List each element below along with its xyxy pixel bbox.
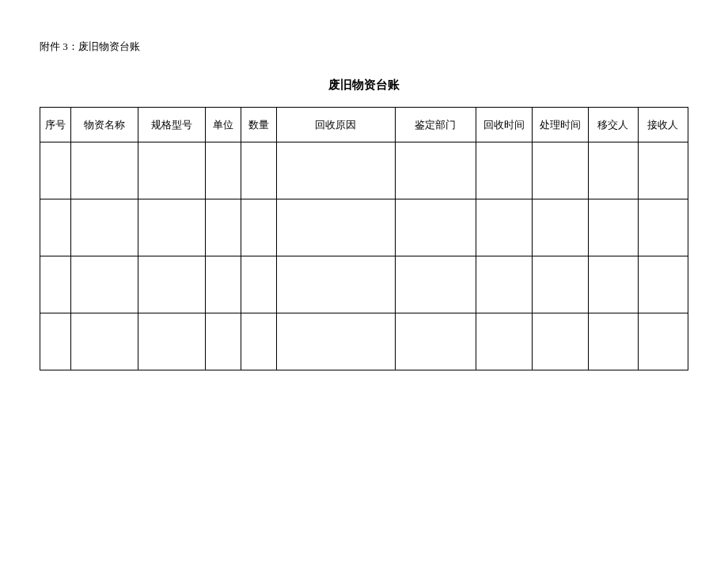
- cell-seq: [40, 142, 71, 199]
- header-seq: 序号: [40, 108, 71, 142]
- header-spec: 规格型号: [138, 108, 205, 142]
- cell-receiver: [638, 256, 688, 313]
- cell-receiver: [638, 199, 688, 256]
- cell-reason: [276, 256, 395, 313]
- cell-seq: [40, 199, 71, 256]
- cell-qty: [241, 142, 277, 199]
- cell-dept: [396, 313, 476, 370]
- table-row: [40, 142, 688, 199]
- cell-ptime: [532, 142, 588, 199]
- header-name: 物资名称: [70, 108, 138, 142]
- cell-seq: [40, 256, 71, 313]
- header-receiver: 接收人: [638, 108, 688, 142]
- cell-rtime: [476, 142, 532, 199]
- table-row: [40, 199, 688, 256]
- table-row: [40, 313, 688, 370]
- header-rtime: 回收时间: [476, 108, 532, 142]
- cell-reason: [276, 313, 395, 370]
- header-reason: 回收原因: [276, 108, 395, 142]
- ledger-table: 序号 物资名称 规格型号 单位 数量 回收原因 鉴定部门 回收时间 处理时间 移…: [40, 107, 688, 370]
- cell-name: [70, 313, 138, 370]
- cell-spec: [138, 199, 205, 256]
- cell-seq: [40, 313, 71, 370]
- cell-handover: [588, 199, 638, 256]
- cell-spec: [138, 313, 205, 370]
- table-row: [40, 256, 688, 313]
- cell-unit: [206, 256, 241, 313]
- cell-qty: [241, 256, 277, 313]
- header-qty: 数量: [241, 108, 277, 142]
- header-unit: 单位: [206, 108, 241, 142]
- cell-unit: [206, 313, 241, 370]
- cell-spec: [138, 142, 205, 199]
- cell-rtime: [476, 256, 532, 313]
- cell-dept: [396, 256, 476, 313]
- cell-name: [70, 256, 138, 313]
- cell-receiver: [638, 313, 688, 370]
- header-ptime: 处理时间: [532, 108, 588, 142]
- cell-handover: [588, 142, 638, 199]
- cell-reason: [276, 199, 395, 256]
- cell-qty: [241, 313, 277, 370]
- page-title: 废旧物资台账: [40, 78, 688, 93]
- attachment-label: 附件 3：废旧物资台账: [40, 40, 688, 54]
- cell-rtime: [476, 313, 532, 370]
- table-body: [40, 142, 688, 370]
- cell-ptime: [532, 256, 588, 313]
- cell-name: [70, 142, 138, 199]
- cell-handover: [588, 256, 638, 313]
- cell-receiver: [638, 142, 688, 199]
- table-header-row: 序号 物资名称 规格型号 单位 数量 回收原因 鉴定部门 回收时间 处理时间 移…: [40, 108, 688, 142]
- cell-qty: [241, 199, 277, 256]
- cell-dept: [396, 199, 476, 256]
- cell-unit: [206, 199, 241, 256]
- cell-rtime: [476, 199, 532, 256]
- cell-handover: [588, 313, 638, 370]
- cell-ptime: [532, 199, 588, 256]
- header-dept: 鉴定部门: [396, 108, 476, 142]
- cell-unit: [206, 142, 241, 199]
- cell-spec: [138, 256, 205, 313]
- cell-ptime: [532, 313, 588, 370]
- cell-name: [70, 199, 138, 256]
- header-handover: 移交人: [588, 108, 638, 142]
- cell-reason: [276, 142, 395, 199]
- cell-dept: [396, 142, 476, 199]
